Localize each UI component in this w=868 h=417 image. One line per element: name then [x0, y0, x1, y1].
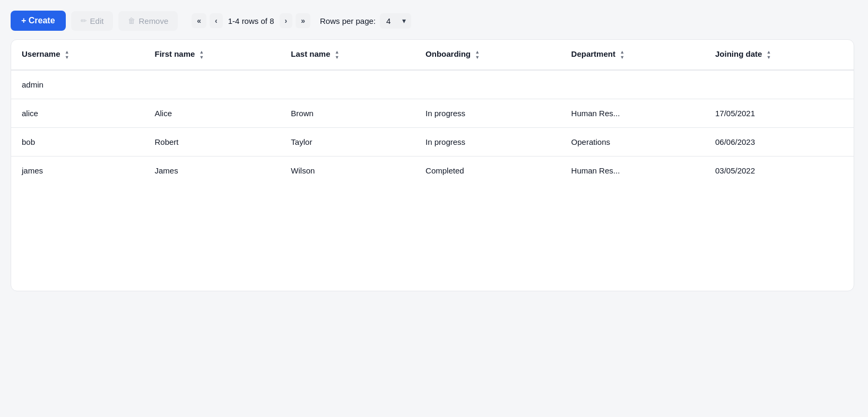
data-table: Username ▲▼ First name ▲▼ Last name ▲▼ [11, 40, 854, 185]
cell-username: admin [11, 70, 144, 99]
next-page-button[interactable]: › [280, 13, 293, 28]
edit-icon: ✏ [81, 16, 87, 25]
col-joiningdate-label: Joining date [715, 49, 762, 58]
cell-onboarding: In progress [415, 99, 561, 127]
sort-icon-lastname: ▲▼ [335, 50, 340, 60]
rows-per-page-control: Rows per page: 4 8 16 32 [320, 13, 411, 29]
table-row[interactable]: jamesJamesWilsonCompletedHuman Res...03/… [11, 156, 854, 185]
col-onboarding-label: Onboarding [426, 49, 471, 58]
sort-icon-department: ▲▼ [620, 50, 624, 60]
sort-icon-firstname: ▲▼ [199, 50, 204, 60]
remove-label: Remove [138, 16, 168, 25]
remove-button[interactable]: 🗑 Remove [118, 11, 178, 31]
cell-joiningdate [705, 70, 854, 99]
col-header-onboarding[interactable]: Onboarding ▲▼ [415, 40, 561, 70]
col-department-label: Department [571, 49, 615, 58]
col-header-department[interactable]: Department ▲▼ [561, 40, 705, 70]
cell-joiningdate: 03/05/2022 [705, 156, 854, 185]
col-header-lastname[interactable]: Last name ▲▼ [280, 40, 415, 70]
cell-department: Human Res... [561, 99, 705, 127]
pagination-controls: « ‹ 1-4 rows of 8 › » [192, 13, 310, 28]
edit-label: Edit [90, 16, 104, 25]
col-username-label: Username [22, 49, 60, 58]
table-row[interactable]: aliceAliceBrownIn progressHuman Res...17… [11, 99, 854, 127]
cell-joiningdate: 17/05/2021 [705, 99, 854, 127]
toolbar: + Create ✏ Edit 🗑 Remove « ‹ 1-4 rows of… [11, 11, 411, 31]
first-page-button[interactable]: « [192, 13, 206, 28]
cell-firstname [144, 70, 280, 99]
prev-page-button[interactable]: ‹ [210, 13, 223, 28]
cell-lastname: Wilson [280, 156, 415, 185]
cell-department [561, 70, 705, 99]
data-table-container: Username ▲▼ First name ▲▼ Last name ▲▼ [11, 39, 854, 291]
cell-lastname [280, 70, 415, 99]
table-row[interactable]: admin [11, 70, 854, 99]
table-header-row: Username ▲▼ First name ▲▼ Last name ▲▼ [11, 40, 854, 70]
rows-per-page-label: Rows per page: [320, 16, 376, 25]
cell-department: Operations [561, 127, 705, 156]
cell-lastname: Brown [280, 99, 415, 127]
col-firstname-label: First name [154, 49, 195, 58]
sort-icon-username: ▲▼ [65, 50, 70, 60]
empty-spacer [11, 185, 854, 291]
cell-department: Human Res... [561, 156, 705, 185]
last-page-button[interactable]: » [296, 13, 310, 28]
col-header-joiningdate[interactable]: Joining date ▲▼ [705, 40, 854, 70]
cell-username: james [11, 156, 144, 185]
cell-username: bob [11, 127, 144, 156]
create-button[interactable]: + Create [11, 11, 66, 31]
cell-firstname: Robert [144, 127, 280, 156]
sort-icon-onboarding: ▲▼ [475, 50, 480, 60]
cell-joiningdate: 06/06/2023 [705, 127, 854, 156]
cell-lastname: Taylor [280, 127, 415, 156]
cell-onboarding: In progress [415, 127, 561, 156]
rows-per-page-select[interactable]: 4 8 16 32 [380, 13, 411, 29]
edit-button[interactable]: ✏ Edit [71, 11, 114, 31]
col-header-firstname[interactable]: First name ▲▼ [144, 40, 280, 70]
col-lastname-label: Last name [291, 49, 330, 58]
cell-firstname: James [144, 156, 280, 185]
page-info: 1-4 rows of 8 [226, 16, 276, 25]
cell-onboarding: Completed [415, 156, 561, 185]
cell-firstname: Alice [144, 99, 280, 127]
remove-icon: 🗑 [128, 16, 135, 25]
table-row[interactable]: bobRobertTaylorIn progressOperations06/0… [11, 127, 854, 156]
cell-onboarding [415, 70, 561, 99]
col-header-username[interactable]: Username ▲▼ [11, 40, 144, 70]
cell-username: alice [11, 99, 144, 127]
sort-icon-joiningdate: ▲▼ [766, 50, 771, 60]
